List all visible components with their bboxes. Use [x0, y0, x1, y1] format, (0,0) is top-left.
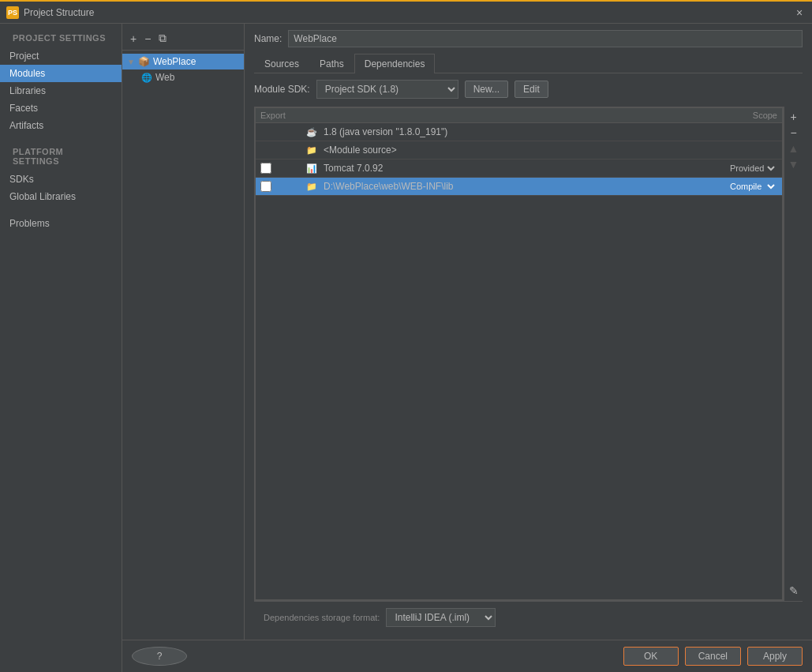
- tomcat-export-checkbox[interactable]: [260, 163, 271, 174]
- jdk-icon: ☕: [306, 127, 317, 137]
- move-up-button[interactable]: ▲: [786, 141, 801, 156]
- scope-column-header: Scope: [714, 111, 777, 120]
- tabs-bar: Sources Paths Dependencies: [254, 54, 803, 73]
- storage-bar: Dependencies storage format: IntelliJ ID…: [254, 601, 803, 633]
- edit-sdk-button[interactable]: Edit: [515, 81, 548, 98]
- copy-module-button[interactable]: ⧉: [155, 30, 170, 47]
- module-web[interactable]: 🌐 Web: [122, 69, 244, 85]
- sdk-label: Module SDK:: [254, 84, 310, 95]
- move-down-button[interactable]: ▼: [786, 157, 801, 171]
- sdk-select[interactable]: Project SDK (1.8): [316, 80, 458, 99]
- new-sdk-button[interactable]: New...: [465, 81, 508, 98]
- dep-table-header: Export Scope: [255, 107, 783, 122]
- sidebar-item-modules[interactable]: Modules: [0, 65, 122, 82]
- module-toolbar: + − ⧉: [122, 27, 244, 51]
- tree-expand-icon: ▼: [127, 58, 135, 66]
- left-sidebar: Project Settings Project Modules Librari…: [0, 24, 122, 672]
- sidebar-item-artifacts[interactable]: Artifacts: [0, 117, 122, 134]
- webinf-scope-select[interactable]: Compile Provided Test Runtime: [727, 181, 777, 192]
- dependencies-table: ☕ 1.8 (java version "1.8.0_191") 📁 <Modu…: [255, 122, 783, 600]
- tomcat-scope-select[interactable]: Provided Compile Test Runtime: [727, 163, 777, 174]
- platform-settings-section: Platform Settings SDKs Global Libraries: [0, 141, 122, 205]
- name-row: Name:: [254, 30, 803, 47]
- footer: ? OK Cancel Apply: [122, 640, 812, 672]
- module-webplace[interactable]: ▼ 📦 WebPlace: [122, 54, 244, 69]
- webinf-export-checkbox[interactable]: [260, 181, 271, 192]
- edit-dependency-button[interactable]: ✎: [786, 584, 801, 598]
- module-source-name: <Module source>: [324, 145, 711, 156]
- dep-row-webinf[interactable]: 📁 D:\WebPlace\web\WEB-INF\lib Compile Pr…: [256, 178, 782, 196]
- add-module-button[interactable]: +: [127, 31, 140, 47]
- module-webplace-label: WebPlace: [153, 56, 196, 67]
- module-source-icon: 📁: [306, 145, 317, 156]
- help-button[interactable]: ?: [132, 647, 187, 666]
- sidebar-item-sdks[interactable]: SDKs: [0, 171, 122, 188]
- platform-settings-header: Platform Settings: [6, 144, 115, 169]
- main-layout: Project Settings Project Modules Librari…: [0, 24, 812, 672]
- tomcat-icon: 📊: [306, 163, 317, 174]
- tomcat-scope: Provided Compile Test Runtime: [714, 163, 777, 174]
- sidebar-item-libraries[interactable]: Libraries: [0, 82, 122, 99]
- details-panel: Name: Sources Paths Dependencies Module …: [245, 24, 812, 640]
- export-column-header: Export: [260, 111, 308, 120]
- module-web-label: Web: [155, 72, 174, 83]
- jdk-name: 1.8 (java version "1.8.0_191"): [324, 126, 711, 137]
- storage-select[interactable]: IntelliJ IDEA (.iml) Eclipse (.classpath…: [386, 608, 496, 627]
- dep-row-module-source: 📁 <Module source>: [256, 141, 782, 160]
- table-actions: + − ▲ ▼ ✎: [784, 107, 803, 601]
- module-panel: + − ⧉ ▼ 📦 WebPlace 🌐 Web: [122, 24, 245, 640]
- remove-module-button[interactable]: −: [141, 31, 154, 47]
- dep-row-jdk: ☕ 1.8 (java version "1.8.0_191"): [256, 123, 782, 141]
- tomcat-name: Tomcat 7.0.92: [324, 163, 711, 174]
- sidebar-item-problems[interactable]: Problems: [0, 215, 122, 232]
- module-folder-icon: 📦: [138, 56, 150, 67]
- tab-sources[interactable]: Sources: [254, 54, 309, 73]
- name-label: Name:: [254, 33, 282, 44]
- app-icon: PS: [6, 6, 19, 19]
- dep-row-tomcat[interactable]: 📊 Tomcat 7.0.92 Provided Compile Test Ru…: [256, 160, 782, 178]
- window-title: Project Structure: [24, 7, 94, 18]
- module-web-icon: 🌐: [141, 73, 152, 83]
- sdk-row: Module SDK: Project SDK (1.8) New... Edi…: [254, 80, 803, 99]
- title-bar: PS Project Structure ×: [0, 0, 812, 24]
- add-dependency-button[interactable]: +: [786, 110, 801, 124]
- content-area: + − ⧉ ▼ 📦 WebPlace 🌐 Web: [122, 24, 812, 640]
- remove-dependency-button[interactable]: −: [786, 126, 801, 140]
- ok-button[interactable]: OK: [623, 647, 679, 666]
- tab-paths[interactable]: Paths: [309, 54, 354, 73]
- sidebar-item-project[interactable]: Project: [0, 47, 122, 65]
- storage-label: Dependencies storage format:: [264, 613, 380, 622]
- sidebar-item-global-libraries[interactable]: Global Libraries: [0, 188, 122, 205]
- webinf-icon: 📁: [306, 182, 317, 192]
- apply-button[interactable]: Apply: [747, 647, 803, 666]
- close-button[interactable]: ×: [793, 6, 806, 19]
- name-input[interactable]: [288, 30, 803, 47]
- tab-dependencies[interactable]: Dependencies: [354, 54, 436, 73]
- project-settings-header: Project Settings: [6, 30, 115, 46]
- webinf-name: D:\WebPlace\web\WEB-INF\lib: [324, 181, 711, 192]
- sidebar-item-facets[interactable]: Facets: [0, 99, 122, 117]
- cancel-button[interactable]: Cancel: [685, 647, 741, 666]
- webinf-scope: Compile Provided Test Runtime: [714, 181, 777, 192]
